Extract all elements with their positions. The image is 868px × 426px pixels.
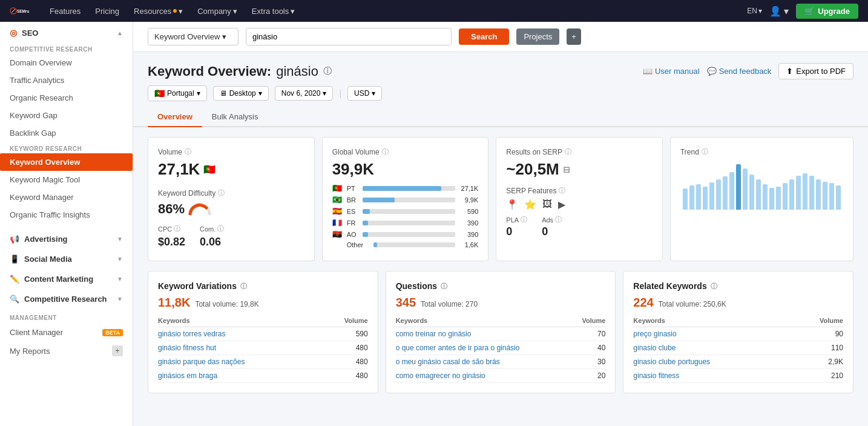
content-area: Keyword Overview ▾ Search Projects + Key… bbox=[133, 22, 868, 426]
volume-info-icon[interactable]: ⓘ bbox=[185, 147, 191, 156]
q-info-icon[interactable]: ⓘ bbox=[441, 282, 447, 291]
content-marketing-section-header[interactable]: ✏️ Content Marketing ▼ bbox=[0, 268, 133, 288]
advertising-section-header[interactable]: 📢 Advertising ▼ bbox=[0, 228, 133, 248]
device-filter[interactable]: 🖥 Desktop ▾ bbox=[213, 86, 269, 101]
chat-icon: 💬 bbox=[707, 67, 717, 76]
copy-icon[interactable]: ⊟ bbox=[563, 165, 570, 175]
star-icon[interactable]: ⭐ bbox=[524, 199, 536, 210]
sidebar-item-domain-overview[interactable]: Domain Overview bbox=[0, 54, 133, 72]
nav-extra-tools[interactable]: Extra tools ▾ bbox=[246, 0, 301, 22]
user-menu[interactable]: 👤 ▾ bbox=[769, 5, 789, 17]
kv-kw-link[interactable]: ginásio parque das nações bbox=[158, 358, 245, 366]
video-icon[interactable]: ▶ bbox=[558, 199, 565, 210]
page-actions: 📖 User manual 💬 Send feedback ⬆ Export t… bbox=[643, 63, 853, 79]
country-filter[interactable]: 🇵🇹 Portugal ▾ bbox=[148, 85, 207, 101]
serp-features-info-icon[interactable]: ⓘ bbox=[559, 186, 565, 195]
sidebar-item-backlink-gap[interactable]: Backlink Gap bbox=[0, 124, 133, 142]
kv-kw-link[interactable]: ginásio torres vedras bbox=[158, 330, 225, 338]
fr-bar-wrap bbox=[363, 221, 456, 225]
user-manual-link[interactable]: 📖 User manual bbox=[643, 67, 700, 76]
global-volume-card: Global Volume ⓘ 39,9K 🇵🇹 PT 27,1K bbox=[322, 137, 489, 261]
rk-kw-link[interactable]: ginasio fitness bbox=[633, 371, 679, 380]
kv-info-icon[interactable]: ⓘ bbox=[240, 282, 247, 291]
trend-bar bbox=[823, 182, 827, 210]
image-icon[interactable]: 🖼 bbox=[542, 199, 552, 210]
q-kw-link[interactable]: o meu ginásio casal de são brás bbox=[396, 358, 500, 366]
nav-resources[interactable]: Resources ▾ bbox=[128, 0, 189, 22]
pla-info-icon[interactable]: ⓘ bbox=[521, 215, 527, 224]
table-row: ginasio clube portugues 2,9K bbox=[633, 355, 843, 369]
nav-features[interactable]: Features bbox=[44, 0, 87, 22]
sidebar-item-my-reports[interactable]: My Reports + bbox=[0, 341, 133, 361]
table-row: como emagrecer no ginásio 20 bbox=[396, 369, 606, 383]
sidebar-item-client-manager[interactable]: Client Manager BETA bbox=[0, 324, 133, 341]
logo[interactable]: SEMrush bbox=[10, 5, 29, 17]
rk-kw-link[interactable]: ginasio clube portugues bbox=[633, 358, 710, 366]
trend-info-icon[interactable]: ⓘ bbox=[702, 147, 708, 156]
nav-pricing[interactable]: Pricing bbox=[89, 0, 125, 22]
cpc-info-icon[interactable]: ⓘ bbox=[174, 224, 180, 233]
global-volume-info-icon[interactable]: ⓘ bbox=[382, 147, 389, 156]
trend-chart bbox=[680, 161, 843, 210]
sidebar-item-keyword-gap[interactable]: Keyword Gap bbox=[0, 107, 133, 124]
ao-bar bbox=[363, 232, 368, 237]
social-media-section-header[interactable]: 📱 Social Media ▼ bbox=[0, 248, 133, 268]
date-filter[interactable]: Nov 6, 2020 ▾ bbox=[275, 86, 334, 101]
upgrade-button[interactable]: 🛒 Upgrade bbox=[796, 4, 858, 19]
sidebar-item-keyword-overview[interactable]: Keyword Overview bbox=[0, 153, 133, 171]
kv-kw-link[interactable]: ginásio fitness hut bbox=[158, 344, 216, 352]
send-feedback-link[interactable]: 💬 Send feedback bbox=[707, 67, 772, 76]
sidebar-item-organic-traffic-insights[interactable]: Organic Traffic Insights bbox=[0, 206, 133, 224]
info-circle-icon[interactable]: ⓘ bbox=[323, 66, 332, 77]
com-item: Com. ⓘ 0.06 bbox=[200, 224, 224, 248]
q-kw-link[interactable]: como treinar no ginásio bbox=[396, 330, 472, 338]
export-pdf-button[interactable]: ⬆ Export to PDF bbox=[778, 63, 853, 79]
q-kw-link[interactable]: o que comer antes de ir para o ginásio bbox=[396, 344, 520, 352]
location-pin-icon[interactable]: 📍 bbox=[506, 199, 518, 210]
rk-kw-link[interactable]: ginasio clube bbox=[633, 344, 676, 352]
sidebar-item-keyword-magic-tool[interactable]: Keyword Magic Tool bbox=[0, 171, 133, 188]
sidebar-item-organic-research[interactable]: Organic Research bbox=[0, 89, 133, 107]
tab-overview[interactable]: Overview bbox=[148, 107, 202, 127]
social-media-icon: 📱 bbox=[10, 255, 19, 264]
com-label: Com. ⓘ bbox=[200, 224, 224, 233]
kv-section-title: Keyword Variations ⓘ bbox=[158, 281, 247, 291]
serp-info-icon[interactable]: ⓘ bbox=[565, 147, 571, 156]
competitive-research2-chevron-icon: ▼ bbox=[117, 296, 123, 302]
table-row: ginásios em braga 480 bbox=[158, 369, 368, 383]
q-kw-link[interactable]: como emagrecer no ginásio bbox=[396, 371, 485, 380]
questions-card: Questions ⓘ 345 Total volume: 270 bbox=[386, 271, 616, 393]
desktop-icon: 🖥 bbox=[220, 89, 227, 98]
q-section-title: Questions ⓘ bbox=[396, 281, 447, 291]
competitive-research2-icon: 🔍 bbox=[10, 295, 19, 304]
my-reports-add-icon[interactable]: + bbox=[112, 345, 123, 356]
q-col-keywords: Keywords bbox=[396, 316, 572, 327]
tool-selector[interactable]: Keyword Overview ▾ bbox=[148, 28, 238, 45]
seo-section-header[interactable]: ◎ SEO ▲ bbox=[0, 22, 133, 42]
nav-company[interactable]: Company ▾ bbox=[191, 0, 243, 22]
kd-info-icon[interactable]: ⓘ bbox=[218, 188, 225, 198]
search-input[interactable] bbox=[246, 28, 452, 45]
kd-gauge-icon bbox=[188, 203, 211, 215]
rk-info-icon[interactable]: ⓘ bbox=[711, 282, 717, 291]
kd-label: Keyword Difficulty ⓘ bbox=[158, 188, 304, 198]
search-toolbar: Keyword Overview ▾ Search Projects + bbox=[133, 22, 868, 52]
ads-info-icon[interactable]: ⓘ bbox=[555, 215, 562, 224]
trend-bar bbox=[809, 176, 814, 210]
kv-kw-link[interactable]: ginásios em braga bbox=[158, 371, 217, 380]
rk-kw-link[interactable]: preço ginasio bbox=[633, 330, 676, 338]
projects-add-button[interactable]: + bbox=[567, 28, 581, 45]
search-input-wrapper bbox=[246, 28, 452, 45]
tab-bulk-analysis[interactable]: Bulk Analysis bbox=[202, 107, 268, 127]
content-marketing-section-title: ✏️ Content Marketing bbox=[10, 275, 93, 284]
book-icon: 📖 bbox=[643, 67, 653, 76]
com-info-icon[interactable]: ⓘ bbox=[217, 224, 224, 233]
currency-filter[interactable]: USD ▾ bbox=[347, 86, 382, 101]
search-button[interactable]: Search bbox=[459, 28, 509, 45]
projects-button[interactable]: Projects bbox=[516, 28, 559, 45]
language-selector[interactable]: EN ▾ bbox=[747, 7, 762, 15]
kv-col-keywords: Keywords bbox=[158, 316, 323, 327]
sidebar-item-keyword-manager[interactable]: Keyword Manager bbox=[0, 188, 133, 206]
sidebar-item-traffic-analytics[interactable]: Traffic Analytics bbox=[0, 72, 133, 89]
competitive-research2-section-header[interactable]: 🔍 Competitive Research ▼ bbox=[0, 288, 133, 308]
